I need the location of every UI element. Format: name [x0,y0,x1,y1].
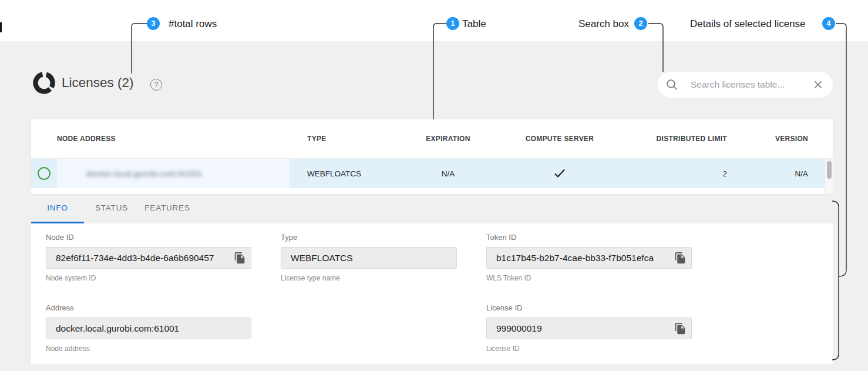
field-value: docker.local.gurobi.com:61001 [56,323,179,334]
address-input[interactable]: docker.local.gurobi.com:61001 [46,317,251,339]
cell-node-address: docker.local.gurobi.com:61001 [57,159,290,188]
annotation-label-search-box: Search box [578,18,629,31]
column-header-distributed-limit[interactable]: DISTRIBUTED LIMIT [630,135,727,143]
tab-features[interactable]: FEATURES [140,194,195,222]
annotation-label-details: Details of selected license [690,18,806,31]
tab-status[interactable]: STATUS [84,194,139,222]
help-icon[interactable]: ? [150,79,162,91]
search-box[interactable] [658,72,833,98]
field-label: Type [281,233,457,242]
cell-version: N/A [727,159,833,188]
field-value: 82ef6f11-734e-4dd3-b4de-6a6b690457 [56,253,214,263]
field-license-id: License ID 999000019 License ID [486,303,692,353]
column-header-compute-server[interactable]: COMPUTE SERVER [489,135,630,143]
table-row[interactable]: docker.local.gurobi.com:61001 WEBFLOATCS… [31,159,833,188]
field-value: 999000019 [496,323,542,334]
row-radio-button[interactable] [38,167,51,180]
edge-artifact [0,22,2,32]
annotation-badge-4: 4 [822,17,835,30]
field-hint: Node address [46,345,251,353]
license-details-panel: Node ID 82ef6f11-734e-4dd3-b4de-6a6b6904… [31,223,833,365]
annotation-label-table: Table [462,18,486,31]
copy-icon[interactable] [674,322,687,335]
field-address: Address docker.local.gurobi.com:61001 No… [46,303,251,353]
column-header-version[interactable]: VERSION [727,135,833,143]
cell-distributed-limit: 2 [630,159,727,188]
field-label: License ID [486,303,692,312]
tab-info[interactable]: INFO [31,194,84,222]
column-header-type[interactable]: TYPE [290,135,407,143]
node-address-redacted: docker.local.gurobi.com:61001 [57,169,203,178]
field-label: Node ID [46,233,251,242]
field-node-id: Node ID 82ef6f11-734e-4dd3-b4de-6a6b6904… [46,233,251,282]
field-value: WEBFLOATCS [291,253,353,263]
column-header-expiration[interactable]: EXPIRATION [407,135,489,143]
search-icon [666,79,678,91]
cell-expiration: N/A [407,159,489,188]
field-hint: License type name [281,274,457,282]
table-header-row: NODE ADDRESS TYPE EXPIRATION COMPUTE SER… [31,119,833,159]
annotation-label-total-rows: #total rows [169,18,217,31]
table-scrollbar[interactable] [825,159,833,194]
type-input[interactable]: WEBFLOATCS [281,247,457,269]
help-glyph: ? [154,81,159,89]
annotation-badge-3: 3 [147,17,160,30]
annotation-badge-2: 2 [634,17,647,30]
field-value: b1c17b45-b2b7-4cae-bb33-f7b051efca [496,253,654,263]
cell-compute-server [489,159,630,188]
page-title: Licenses (2) [62,75,134,91]
licenses-page: 3 #total rows 1 Table Search box 2 Detai… [0,0,868,371]
clear-search-icon[interactable] [813,80,823,89]
field-label: Token ID [486,233,692,242]
check-icon [554,169,566,178]
search-input[interactable] [691,79,802,90]
license-id-input[interactable]: 999000019 [486,317,692,339]
annotation-badge-1: 1 [446,17,459,30]
licenses-table: NODE ADDRESS TYPE EXPIRATION COMPUTE SER… [31,119,833,194]
copy-icon[interactable] [674,252,687,264]
field-label: Address [46,303,251,312]
field-token-id: Token ID b1c17b45-b2b7-4cae-bb33-f7b051e… [486,233,692,282]
cell-type: WEBFLOATCS [290,159,407,188]
field-hint: WLS Token ID [486,274,692,282]
node-id-input[interactable]: 82ef6f11-734e-4dd3-b4de-6a6b690457 [46,247,251,269]
column-header-node-address[interactable]: NODE ADDRESS [57,135,290,143]
table-scrollbar-thumb[interactable] [827,161,832,179]
token-id-input[interactable]: b1c17b45-b2b7-4cae-bb33-f7b051efca [486,247,692,269]
gurobi-logo-icon [33,72,55,94]
field-hint: License ID [486,345,692,353]
copy-icon[interactable] [234,252,246,264]
field-type: Type WEBFLOATCS License type name [281,233,457,282]
row-select-cell [31,159,57,188]
field-hint: Node system ID [46,274,251,282]
